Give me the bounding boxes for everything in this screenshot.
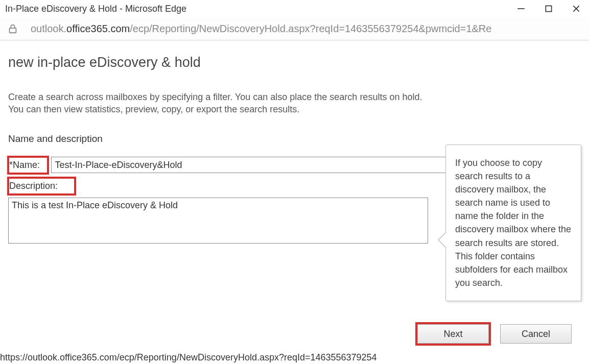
close-button[interactable]: [571, 3, 582, 14]
description-label-highlight: Description:: [7, 177, 76, 196]
address-bar[interactable]: outlook.office365.com/ecp/Reporting/NewD…: [0, 17, 589, 40]
maximize-button[interactable]: [543, 3, 554, 14]
cancel-button[interactable]: Cancel: [500, 324, 572, 344]
name-input[interactable]: [51, 157, 471, 173]
section-header: Name and description: [8, 133, 585, 144]
svg-rect-1: [546, 6, 551, 11]
name-label: *Name:: [9, 160, 40, 171]
url-prefix: outlook.: [31, 23, 66, 34]
svg-rect-4: [10, 28, 16, 33]
page-title: new in-place eDiscovery & hold: [8, 55, 585, 70]
name-label-highlight: *Name:: [7, 156, 49, 175]
tooltip-panel: If you choose to copy search results to …: [445, 144, 581, 301]
url-text: outlook.office365.com/ecp/Reporting/NewD…: [31, 23, 491, 35]
tooltip-text: If you choose to copy search results to …: [455, 158, 571, 288]
window-title-bar: In-Place eDiscovery & Hold - Microsoft E…: [0, 0, 589, 17]
window-controls: [515, 3, 589, 14]
lock-icon: [7, 22, 18, 35]
description-label: Description:: [9, 181, 58, 191]
description-input[interactable]: [8, 198, 428, 244]
url-path: /ecp/Reporting/NewDiscoveryHold.aspx?req…: [130, 23, 491, 34]
next-button[interactable]: Next: [417, 324, 489, 344]
minimize-button[interactable]: [515, 3, 527, 14]
name-input-wrapper: ✕: [51, 156, 471, 173]
window-title: In-Place eDiscovery & Hold - Microsoft E…: [5, 4, 186, 14]
button-row: Next Cancel: [417, 324, 572, 344]
url-domain: office365.com: [66, 23, 130, 34]
status-bar: https://outlook.office365.com/ecp/Report…: [0, 351, 377, 364]
intro-text: Create a search across mailboxes by spec…: [8, 91, 432, 116]
